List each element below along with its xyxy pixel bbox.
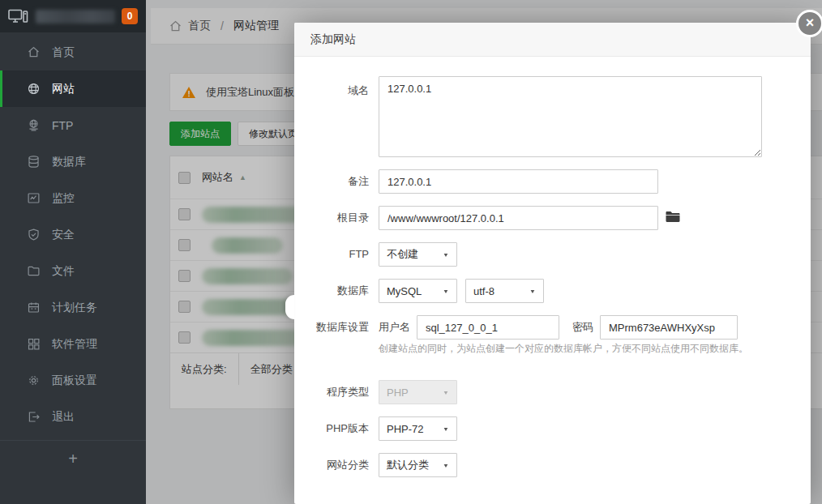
server-info[interactable]: 0 bbox=[0, 0, 146, 32]
php-version-select[interactable]: PHP-72 ▼ bbox=[379, 416, 457, 441]
program-type-label: 程序类型 bbox=[294, 380, 369, 404]
database-engine-select[interactable]: MySQL ▼ bbox=[379, 279, 457, 303]
folder-icon bbox=[27, 264, 41, 278]
program-type-select: PHP ▼ bbox=[379, 380, 457, 404]
sidebar-item-label: 文件 bbox=[52, 264, 75, 279]
sidebar-item-home[interactable]: 首页 bbox=[0, 34, 146, 70]
sidebar-item-label: FTP bbox=[52, 119, 73, 132]
field-row-database: 数据库 MySQL ▼ utf-8 ▼ bbox=[294, 279, 811, 303]
field-row-site-category: 网站分类 默认分类 ▼ bbox=[294, 453, 811, 477]
ftp-select-value: 不创建 bbox=[387, 247, 418, 262]
sidebar-item-files[interactable]: 文件 bbox=[0, 253, 146, 289]
sidebar-item-database[interactable]: 数据库 bbox=[0, 143, 146, 180]
calendar-icon bbox=[27, 301, 41, 314]
add-panel-shortcut-button[interactable]: + bbox=[0, 440, 146, 476]
sidebar-item-label: 监控 bbox=[52, 191, 75, 206]
add-website-dialog: × 添加网站 域名 127.0.0.1 备注 根目录 FTP 不创建 ▼ 数 bbox=[294, 23, 811, 504]
field-row-root: 根目录 bbox=[294, 206, 811, 230]
chevron-down-icon: ▼ bbox=[443, 389, 449, 395]
php-version-value: PHP-72 bbox=[387, 423, 424, 435]
database-charset-select[interactable]: utf-8 ▼ bbox=[465, 279, 544, 303]
site-category-value: 默认分类 bbox=[387, 458, 429, 472]
chevron-down-icon: ▼ bbox=[443, 288, 449, 294]
sidebar-item-label: 首页 bbox=[52, 45, 75, 60]
db-settings-label: 数据库设置 bbox=[294, 315, 369, 340]
sidebar-item-label: 网站 bbox=[52, 82, 75, 96]
sidebar-item-label: 安全 bbox=[52, 228, 75, 242]
db-username-input[interactable] bbox=[417, 315, 559, 340]
domain-textarea[interactable]: 127.0.0.1 bbox=[379, 76, 762, 157]
grid-icon bbox=[27, 337, 41, 351]
chevron-down-icon: ▼ bbox=[443, 425, 449, 432]
sidebar-item-ftp[interactable]: FTP bbox=[0, 107, 146, 143]
field-row-db-settings: 数据库设置 用户名 密码 bbox=[294, 315, 811, 340]
db-password-input[interactable] bbox=[600, 315, 738, 340]
sidebar-item-label: 数据库 bbox=[52, 155, 86, 169]
sidebar-item-label: 面板设置 bbox=[52, 374, 97, 388]
db-username-label: 用户名 bbox=[379, 315, 410, 340]
program-type-value: PHP bbox=[387, 387, 409, 399]
database-engine-value: MySQL bbox=[387, 285, 422, 297]
sidebar-item-security[interactable]: 安全 bbox=[0, 216, 146, 253]
field-row-php-version: PHP版本 PHP-72 ▼ bbox=[294, 416, 811, 441]
database-label: 数据库 bbox=[294, 279, 369, 303]
ftp-icon bbox=[27, 118, 41, 132]
globe-icon bbox=[27, 82, 41, 96]
sidebar-menu: 首页 网站 FTP 数据库 监控 安全 文件 计划任务 bbox=[0, 34, 146, 435]
dialog-slide-handle[interactable] bbox=[285, 295, 294, 319]
site-category-label: 网站分类 bbox=[294, 453, 369, 477]
field-row-domain: 域名 127.0.0.1 bbox=[294, 76, 811, 157]
field-row-ftp: FTP 不创建 ▼ bbox=[294, 242, 811, 267]
chart-monitor-icon bbox=[27, 191, 41, 205]
field-row-program-type: 程序类型 PHP ▼ bbox=[294, 380, 811, 404]
dialog-body: 域名 127.0.0.1 备注 根目录 FTP 不创建 ▼ 数据库 MySQL bbox=[294, 57, 811, 477]
message-count-badge[interactable]: 0 bbox=[122, 8, 138, 24]
sidebar-item-website[interactable]: 网站 bbox=[0, 70, 146, 107]
sidebar-item-monitor[interactable]: 监控 bbox=[0, 180, 146, 216]
home-icon bbox=[27, 45, 41, 59]
domain-label: 域名 bbox=[294, 76, 369, 97]
chevron-down-icon: ▼ bbox=[529, 288, 536, 294]
sidebar-item-label: 计划任务 bbox=[52, 301, 97, 315]
ftp-select[interactable]: 不创建 ▼ bbox=[379, 242, 457, 267]
database-icon bbox=[27, 155, 41, 169]
logout-icon bbox=[27, 410, 41, 424]
sidebar-item-logout[interactable]: 退出 bbox=[0, 399, 146, 435]
ftp-label: FTP bbox=[294, 242, 369, 267]
browse-folder-icon[interactable] bbox=[666, 211, 680, 223]
chevron-down-icon: ▼ bbox=[443, 462, 449, 468]
monitor-tower-icon bbox=[8, 8, 28, 24]
database-charset-value: utf-8 bbox=[473, 285, 494, 297]
sidebar: 0 首页 网站 FTP 数据库 监控 安全 文件 bbox=[0, 0, 146, 504]
site-category-select[interactable]: 默认分类 ▼ bbox=[379, 453, 457, 477]
remark-input[interactable] bbox=[379, 169, 658, 194]
sidebar-item-software[interactable]: 软件管理 bbox=[0, 326, 146, 362]
sidebar-item-settings[interactable]: 面板设置 bbox=[0, 362, 146, 399]
chevron-down-icon: ▼ bbox=[443, 251, 449, 258]
sidebar-item-label: 软件管理 bbox=[52, 337, 97, 352]
close-icon[interactable]: × bbox=[796, 10, 822, 37]
root-path-input[interactable] bbox=[379, 206, 658, 230]
db-settings-note: 创建站点的同时，为站点创建一个对应的数据库帐户，方便不同站点使用不同数据库。 bbox=[379, 342, 811, 356]
sidebar-item-label: 退出 bbox=[52, 410, 75, 425]
php-version-label: PHP版本 bbox=[294, 416, 369, 441]
sidebar-item-cron[interactable]: 计划任务 bbox=[0, 289, 146, 326]
gear-icon bbox=[27, 374, 41, 387]
dialog-title: 添加网站 bbox=[294, 23, 811, 57]
server-name-redacted bbox=[36, 10, 115, 23]
remark-label: 备注 bbox=[294, 169, 369, 194]
root-label: 根目录 bbox=[294, 206, 369, 230]
shield-check-icon bbox=[27, 228, 41, 241]
db-password-label: 密码 bbox=[572, 315, 593, 340]
field-row-remark: 备注 bbox=[294, 169, 811, 194]
